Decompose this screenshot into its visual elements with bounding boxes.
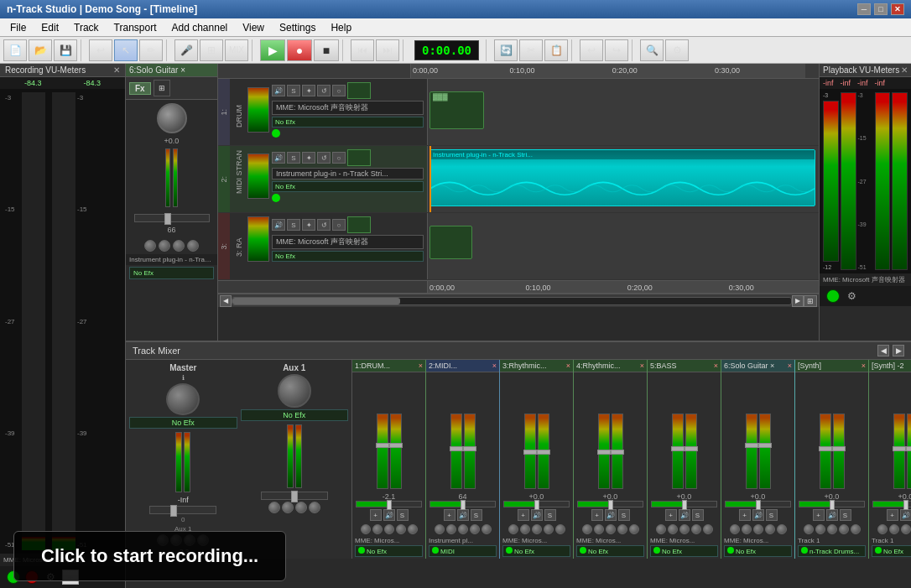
- ch-8-speaker-btn[interactable]: 🔊: [900, 509, 912, 521]
- menu-transport[interactable]: Transport: [107, 20, 164, 35]
- ch-4-knob-3[interactable]: [606, 524, 616, 534]
- ch-6-pan-thumb[interactable]: [756, 500, 761, 510]
- mic-button[interactable]: 🎤: [174, 39, 198, 61]
- track-1-s-btn[interactable]: S: [287, 85, 300, 96]
- play-button[interactable]: ▶: [260, 39, 285, 61]
- ch-3-knob-4[interactable]: [544, 524, 554, 534]
- ch-3-pan-thumb[interactable]: [534, 500, 539, 510]
- track-3-s-btn[interactable]: S: [287, 219, 300, 231]
- aux1-knob[interactable]: [278, 374, 311, 408]
- pencil-tool[interactable]: ✏: [139, 39, 163, 61]
- ch-4-knob-5[interactable]: [629, 524, 639, 534]
- select-tool[interactable]: ↖: [114, 39, 138, 61]
- ch-6-s-btn[interactable]: S: [766, 509, 778, 521]
- menu-file[interactable]: File: [3, 20, 33, 35]
- menu-settings[interactable]: Settings: [273, 20, 322, 35]
- ch-6-knob-5[interactable]: [777, 524, 787, 534]
- ch-3-knob-5[interactable]: [555, 524, 565, 534]
- ch-4-knob-1[interactable]: [582, 524, 592, 534]
- menu-view[interactable]: View: [236, 20, 271, 35]
- close-button[interactable]: ✕: [891, 3, 904, 15]
- track-3-asterisk-btn[interactable]: ✦: [302, 219, 315, 231]
- ch-2-pan[interactable]: [429, 501, 496, 507]
- ch-3-s-btn[interactable]: S: [544, 509, 556, 521]
- master-fader-thumb[interactable]: [170, 505, 177, 517]
- minimize-button[interactable]: ─: [857, 3, 871, 15]
- fx-fader-thumb[interactable]: [164, 213, 171, 225]
- stop-button[interactable]: ■: [314, 39, 339, 61]
- ch-1-s-btn[interactable]: S: [397, 509, 409, 521]
- redo-button[interactable]: ↪: [605, 39, 628, 61]
- ch-6-knob-4[interactable]: [765, 524, 775, 534]
- aux1-h-fader[interactable]: [261, 492, 328, 500]
- ch-3-fader-handle[interactable]: [523, 450, 537, 455]
- settings2-button[interactable]: ⚙: [665, 39, 689, 61]
- ch-4-close[interactable]: ×: [640, 362, 644, 370]
- mixer-collapse-btn[interactable]: ◀: [877, 345, 889, 356]
- ch-7-knob-4[interactable]: [839, 524, 849, 534]
- ch-4-pan-thumb[interactable]: [608, 500, 613, 510]
- ch-5-knob-3[interactable]: [679, 524, 690, 534]
- ch-1-fader-handle-2[interactable]: [389, 443, 403, 448]
- ch-2-knob-4[interactable]: [470, 524, 480, 534]
- ch-1-plus-btn[interactable]: +: [370, 509, 382, 521]
- ch-7-pan-thumb[interactable]: [830, 500, 835, 510]
- ch-5-s-btn[interactable]: S: [692, 509, 704, 521]
- fx-main-knob[interactable]: [157, 103, 187, 133]
- loop-button[interactable]: 🔄: [494, 39, 518, 61]
- scroll-right-btn[interactable]: ▶: [792, 295, 804, 307]
- ch-8-pan[interactable]: [872, 501, 911, 507]
- track-2-circle-btn[interactable]: ○: [332, 152, 346, 164]
- ch-6-knob-3[interactable]: [753, 524, 763, 534]
- ch-7-plus-btn[interactable]: +: [813, 509, 825, 521]
- ch-4-speaker-btn[interactable]: 🔊: [605, 509, 617, 521]
- ch-3-knob-3[interactable]: [532, 524, 542, 534]
- menu-add-channel[interactable]: Add channel: [165, 20, 235, 35]
- ch-7-fader-handle-2[interactable]: [832, 446, 846, 451]
- ch-5-speaker-btn[interactable]: 🔊: [679, 509, 690, 521]
- ch-5-close[interactable]: ×: [714, 362, 718, 370]
- ch-2-knob-2[interactable]: [446, 524, 456, 534]
- menu-track[interactable]: Track: [67, 20, 106, 35]
- aux1-mk-3[interactable]: [295, 502, 307, 513]
- fx-mini-knob-1[interactable]: [144, 240, 156, 252]
- aux1-fader-thumb[interactable]: [291, 491, 298, 502]
- scroll-left-btn[interactable]: ◀: [220, 295, 232, 307]
- track-1-loop-btn[interactable]: ↺: [317, 85, 331, 96]
- rewind-button[interactable]: ⏮: [351, 39, 374, 61]
- fx-mini-knob-4[interactable]: [187, 240, 199, 252]
- mix-button[interactable]: MIX: [225, 39, 248, 61]
- ch-5-pan[interactable]: [651, 501, 717, 507]
- ch-3-pan[interactable]: [503, 501, 570, 507]
- ch-4-fader-handle-2[interactable]: [611, 450, 624, 455]
- master-h-fader[interactable]: [149, 506, 216, 514]
- ch-5-fader-handle[interactable]: [671, 446, 685, 451]
- fx-grid-btn[interactable]: ⊞: [154, 80, 170, 96]
- ch-7-s-btn[interactable]: S: [840, 509, 851, 521]
- track-2-midi-block[interactable]: Instrument plug-in - n-Track Stri...: [429, 149, 815, 206]
- ch-8-fader-handle[interactable]: [893, 446, 906, 451]
- undo2-button[interactable]: ↩: [580, 39, 603, 61]
- ch-2-pan-thumb[interactable]: [461, 500, 466, 510]
- fx-button[interactable]: Fx: [129, 82, 151, 95]
- fast-forward-button[interactable]: ⏭: [376, 39, 399, 61]
- ch-8-knob-3[interactable]: [901, 524, 911, 534]
- ch-2-plus-btn[interactable]: +: [444, 509, 456, 521]
- track-1-asterisk-btn[interactable]: ✦: [302, 85, 315, 96]
- scroll-more-btn[interactable]: ⊞: [804, 295, 817, 307]
- ch-1-knob-4[interactable]: [396, 524, 406, 534]
- aux1-mk-4[interactable]: [309, 502, 320, 513]
- ch-6-pan[interactable]: [725, 501, 791, 507]
- mixer-expand-btn[interactable]: ▶: [893, 345, 904, 356]
- ch-5-knob-4[interactable]: [691, 524, 701, 534]
- ch-5-plus-btn[interactable]: +: [665, 509, 677, 521]
- ch-8-plus-btn[interactable]: +: [887, 509, 898, 521]
- drum-pad-button[interactable]: ⊞: [200, 39, 223, 61]
- ch-7-speaker-btn[interactable]: 🔊: [826, 509, 838, 521]
- ch-5-knob-5[interactable]: [703, 524, 713, 534]
- ch-1-knob-1[interactable]: [361, 524, 371, 534]
- scroll-track[interactable]: [232, 297, 792, 305]
- ch-1-pan[interactable]: [356, 501, 422, 507]
- ch-4-plus-btn[interactable]: +: [591, 509, 603, 521]
- undo-button[interactable]: ↩: [89, 39, 112, 61]
